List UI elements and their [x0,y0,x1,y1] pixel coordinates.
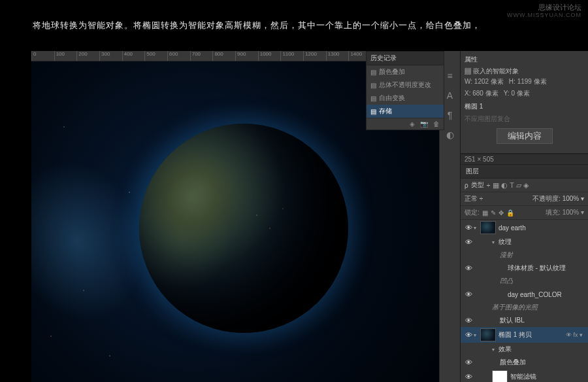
layer-row[interactable]: 👁默认 IBL [461,314,588,327]
layer-name: 球体材质 - 默认纹理 [508,264,585,273]
watermark-url: WWW.MISSYUAN.COM [507,12,581,20]
visibility-toggle[interactable]: 👁 [463,317,474,324]
properties-panel: 属性 ▦ 嵌入的智能对象 W: 1202 像素 H: 1199 像素 X: 68… [461,51,588,154]
object-type: ▦ 嵌入的智能对象 [465,67,584,76]
layer-row[interactable]: 👁颜色叠加 [461,356,588,369]
layer-row[interactable]: 👁▾纹理 [461,235,588,249]
layer-row[interactable]: 👁球体材质 - 默认纹理 [461,262,588,275]
history-step-icon: ▤ [370,108,376,115]
lock-icon[interactable]: ▦ [482,209,488,217]
filter-icon[interactable]: ▱ [516,181,521,190]
properties-title: 属性 [465,54,584,67]
blend-mode-select[interactable]: 正常 ÷ [465,194,483,203]
layer-filter-bar[interactable]: ρ类型÷ ▦◐T▱◈ [461,179,588,192]
watermark-title: 思缘设计论坛 [507,3,581,12]
earth-object[interactable] [139,124,348,333]
height-label: H: 1199 像素 [509,77,547,86]
layer-row[interactable]: 👁凹凸 [461,275,588,288]
x-label: X: 680 像素 [465,89,498,98]
visibility-toggle[interactable]: 👁 [463,264,474,272]
layers-panel: 图层 ρ类型÷ ▦◐T▱◈ 正常 ÷ 不透明度: 100% ▾ 锁定: ▦ ✎ … [461,165,588,382]
history-icon[interactable]: 🗑 [433,120,440,128]
object-name: 椭圆 1 [465,99,584,113]
canvas-dimensions: 251 × 505 [461,154,588,165]
visibility-toggle[interactable]: 👁 [463,224,474,232]
layer-name: 效果 [498,345,585,354]
layer-tree[interactable]: 👁▾day earth👁▾纹理👁漫射👁球体材质 - 默认纹理👁凹凸👁day ea… [461,220,588,382]
right-panels: 属性 ▦ 嵌入的智能对象 W: 1202 像素 H: 1199 像素 X: 68… [460,51,588,382]
visibility-toggle[interactable]: 👁 [463,358,474,366]
filter-icon[interactable]: ◐ [501,181,508,190]
visibility-toggle[interactable]: 👁 [463,373,474,381]
layer-row[interactable]: 👁day earth_COLOR [461,288,588,301]
layers-tabs: 图层 [461,165,588,179]
panel-icon[interactable]: A [444,90,456,102]
visibility-toggle[interactable]: 👁 [463,345,474,353]
history-step-icon: ▤ [370,95,376,102]
layer-name: 椭圆 1 拷贝 [498,330,563,339]
layer-name: 基于图像的光照 [492,303,585,312]
edit-content-button[interactable]: 编辑内容 [497,128,553,144]
history-step-icon: ▤ [370,69,376,76]
layer-thumbnail [480,221,496,234]
layer-row[interactable]: 👁智能滤镜 [461,369,588,382]
expand-arrow[interactable]: ▾ [474,225,480,231]
layer-row[interactable]: 👁基于图像的光照 [461,301,588,314]
layer-row[interactable]: 👁▾day earth [461,220,588,235]
width-label: W: 1202 像素 [465,77,504,86]
layer-row[interactable]: 👁漫射 [461,249,588,262]
layer-name: 凹凸 [500,277,585,286]
lock-icon[interactable]: ✎ [491,209,496,217]
history-icon[interactable]: 📷 [420,120,428,128]
visibility-toggle[interactable]: 👁 [463,251,474,259]
history-item[interactable]: ▤存储 [367,105,444,118]
layer-name: day earth_COLOR [508,291,585,298]
layer-name: 漫射 [500,251,585,260]
instruction-text: 将地球转换为智能对象。将椭圆转换为智能对象高斯模糊，然后，其中一个靠上的一个缩小… [33,20,481,31]
blend-mode-row: 正常 ÷ 不透明度: 100% ▾ [461,192,588,206]
layer-thumbnail [480,328,496,341]
expand-arrow[interactable]: ▾ [492,347,498,353]
y-label: Y: 0 像素 [504,89,530,98]
watermark: 思缘设计论坛 WWW.MISSYUAN.COM [507,3,581,20]
visibility-toggle[interactable]: 👁 [463,277,474,285]
panel-icon[interactable]: ≡ [444,71,456,82]
disabled-option: 不应用图层复合 [465,113,584,126]
panel-icon[interactable]: ¶ [444,110,456,122]
lock-icon[interactable]: 🔒 [506,209,514,217]
layer-name: 颜色叠加 [500,358,585,367]
layers-tab[interactable]: 图层 [461,165,484,178]
filter-icon[interactable]: ◈ [523,181,529,190]
panel-icon[interactable]: ◐ [444,130,456,141]
visibility-toggle[interactable]: 👁 [463,331,474,339]
lock-icon[interactable]: ✥ [498,209,504,217]
layer-row[interactable]: 👁▾椭圆 1 拷贝👁 fx ▾ [461,327,588,343]
visibility-toggle[interactable]: 👁 [463,290,474,298]
history-icon[interactable]: ◈ [410,120,415,128]
history-item[interactable]: ▤自由变换 [367,92,444,105]
history-item[interactable]: ▤总体不透明度更改 [367,78,444,92]
filter-icon[interactable]: ▦ [493,181,499,190]
fx-badge[interactable]: 👁 fx ▾ [563,332,585,338]
layer-name: 纹理 [498,237,585,247]
layer-name: day earth [498,224,585,232]
layer-row[interactable]: 👁▾效果 [461,343,588,356]
expand-arrow[interactable]: ▾ [474,332,480,338]
photoshop-app: 0100200300400500600700800900100011001200… [31,51,588,382]
layer-name: 智能滤镜 [510,372,585,381]
filter-icon[interactable]: T [510,181,514,190]
fill-field[interactable]: 填充: 100% ▾ [546,208,584,217]
opacity-field[interactable]: 不透明度: 100% ▾ [532,194,584,203]
history-item[interactable]: ▤颜色叠加 [367,65,444,78]
history-panel[interactable]: 历史记录 ▤颜色叠加▤总体不透明度更改▤自由变换▤存储 ◈ 📷 🗑 [366,51,444,130]
lock-row: 锁定: ▦ ✎ ✥ 🔒 填充: 100% ▾ [461,206,588,220]
layer-thumbnail [492,370,508,382]
expand-arrow[interactable]: ▾ [492,239,498,245]
visibility-toggle[interactable]: 👁 [463,238,474,246]
history-title[interactable]: 历史记录 [367,52,444,65]
visibility-toggle[interactable]: 👁 [463,304,474,311]
history-step-icon: ▤ [370,82,376,89]
layer-name: 默认 IBL [500,316,585,325]
